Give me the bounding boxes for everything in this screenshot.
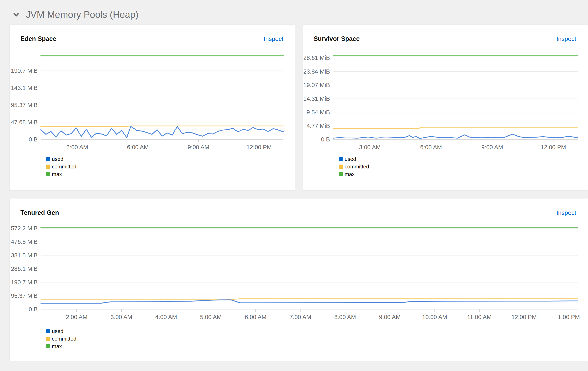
- committed-line: [41, 299, 578, 300]
- card-survivor-space: Survivor Space Inspect 0 B4.77 MiB9.54 M…: [303, 24, 588, 190]
- chart-area-eden[interactable]: 0 B47.68 MiB95.37 MiB143.1 MiB190.7 MiB3…: [10, 24, 295, 190]
- legend-item-committed: committed: [339, 164, 369, 169]
- used-line: [333, 134, 578, 138]
- chart-legend: usedcommittedmax: [46, 156, 76, 177]
- used-swatch-icon: [46, 157, 50, 161]
- committed-line: [333, 127, 578, 129]
- card-eden-space: Eden Space Inspect 0 B47.68 MiB95.37 MiB…: [10, 24, 295, 190]
- max-swatch-icon: [46, 172, 50, 176]
- legend-item-committed: committed: [46, 336, 76, 341]
- chart-legend: usedcommittedmax: [46, 328, 76, 349]
- legend-item-committed: committed: [46, 164, 76, 169]
- committed-swatch-icon: [46, 164, 50, 169]
- legend-item-max: max: [46, 344, 76, 349]
- used-line: [41, 300, 578, 303]
- used-line: [41, 127, 284, 138]
- legend-label: committed: [52, 336, 76, 341]
- chart-plot: [10, 198, 588, 361]
- used-swatch-icon: [46, 329, 50, 333]
- legend-item-used: used: [46, 156, 76, 162]
- section-title: JVM Memory Pools (Heap): [26, 9, 138, 20]
- legend-label: used: [52, 328, 63, 334]
- card-tenured-gen: Tenured Gen Inspect 0 B95.37 MiB190.7 Mi…: [10, 198, 588, 361]
- max-swatch-icon: [46, 344, 50, 348]
- chart-legend: usedcommittedmax: [339, 156, 369, 177]
- legend-item-used: used: [46, 328, 76, 334]
- max-swatch-icon: [339, 172, 343, 176]
- committed-swatch-icon: [339, 164, 343, 169]
- chevron-down-glyph: [13, 11, 20, 18]
- legend-item-max: max: [339, 172, 369, 177]
- section-header: JVM Memory Pools (Heap): [12, 9, 138, 20]
- legend-item-used: used: [339, 156, 369, 162]
- committed-swatch-icon: [46, 337, 50, 341]
- used-swatch-icon: [339, 157, 343, 161]
- legend-label: used: [345, 156, 356, 162]
- committed-line: [41, 126, 284, 126]
- legend-label: max: [345, 172, 355, 177]
- chart-area-tenured[interactable]: 0 B95.37 MiB190.7 MiB286.1 MiB381.5 MiB4…: [10, 198, 588, 361]
- legend-label: committed: [52, 164, 76, 169]
- legend-label: committed: [345, 164, 369, 169]
- legend-label: max: [52, 172, 62, 177]
- legend-label: max: [52, 344, 62, 349]
- chevron-down-icon[interactable]: [12, 11, 21, 19]
- legend-label: used: [52, 156, 63, 162]
- chart-area-survivor[interactable]: 0 B4.77 MiB9.54 MiB14.31 MiB19.07 MiB23.…: [303, 24, 588, 190]
- legend-item-max: max: [46, 172, 76, 177]
